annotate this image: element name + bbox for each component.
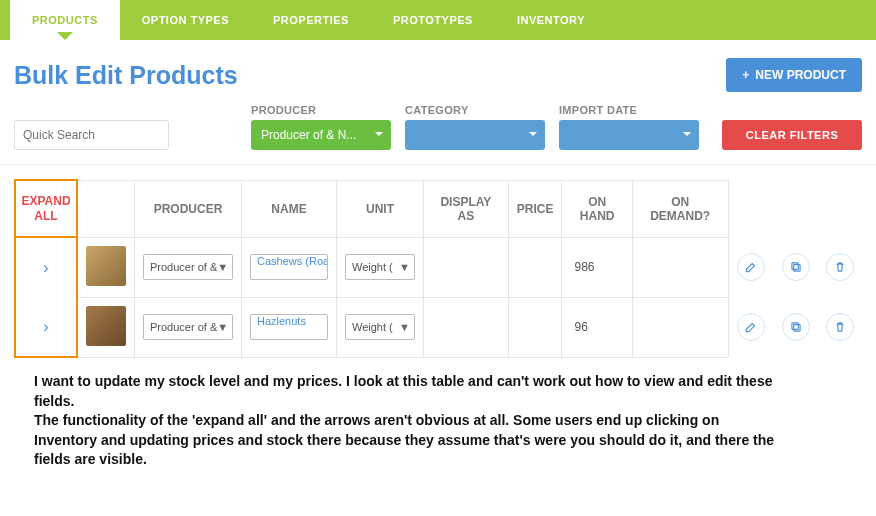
col-on-hand: ON HAND (562, 180, 632, 237)
svg-rect-0 (793, 265, 799, 271)
expand-all-header[interactable]: EXPAND ALL (15, 180, 77, 237)
row-producer-select[interactable]: Producer of &▼ (143, 314, 233, 340)
chevron-down-icon (375, 132, 383, 140)
row-on-hand: 96 (562, 297, 632, 357)
import-date-filter-select[interactable] (559, 120, 699, 150)
col-image (77, 180, 135, 237)
row-unit-select[interactable]: Weight (▼ (345, 254, 415, 280)
row-name-input[interactable]: Hazlenuts (250, 314, 328, 340)
products-table: EXPAND ALL PRODUCER NAME UNIT DISPLAY AS… (14, 179, 862, 358)
chevron-down-icon: ▼ (217, 321, 228, 333)
chevron-down-icon: ▼ (217, 261, 228, 273)
quick-search-input[interactable] (14, 120, 169, 150)
annotation-text: I want to update my stock level and my p… (0, 372, 820, 490)
clone-button[interactable] (782, 253, 810, 281)
row-display-as (424, 297, 509, 357)
delete-button[interactable] (826, 253, 854, 281)
chevron-down-icon: ▼ (399, 321, 410, 333)
chevron-down-icon (683, 132, 691, 140)
plus-icon: + (742, 68, 749, 82)
tab-products[interactable]: PRODUCTS (10, 0, 120, 40)
row-on-demand (632, 297, 728, 357)
product-thumbnail (86, 306, 126, 346)
clone-button[interactable] (782, 313, 810, 341)
top-nav: PRODUCTS OPTION TYPES PROPERTIES PROTOTY… (0, 0, 876, 40)
producer-filter-label: PRODUCER (251, 104, 391, 116)
row-unit-select[interactable]: Weight (▼ (345, 314, 415, 340)
producer-filter-select[interactable]: Producer of & N... (251, 120, 391, 150)
delete-button[interactable] (826, 313, 854, 341)
tab-inventory[interactable]: INVENTORY (495, 0, 607, 40)
row-price (508, 297, 562, 357)
expand-row-icon[interactable]: › (43, 318, 48, 335)
row-price (508, 237, 562, 297)
svg-rect-2 (793, 325, 799, 331)
col-name: NAME (242, 180, 337, 237)
row-on-hand: 986 (562, 237, 632, 297)
expand-row-icon[interactable]: › (43, 259, 48, 276)
clear-filters-button[interactable]: CLEAR FILTERS (722, 120, 862, 150)
col-display-as: DISPLAY AS (424, 180, 509, 237)
tab-prototypes[interactable]: PROTOTYPES (371, 0, 495, 40)
table-row: › Producer of &▼ Cashews (Roa Weight (▼ … (15, 237, 862, 297)
edit-button[interactable] (737, 253, 765, 281)
chevron-down-icon: ▼ (399, 261, 410, 273)
table-row: › Producer of &▼ Hazlenuts Weight (▼ 96 (15, 297, 862, 357)
col-on-demand: ON DEMAND? (632, 180, 728, 237)
import-date-filter-label: IMPORT DATE (559, 104, 699, 116)
svg-rect-1 (791, 263, 797, 269)
tab-option-types[interactable]: OPTION TYPES (120, 0, 251, 40)
col-producer: PRODUCER (135, 180, 242, 237)
page-title: Bulk Edit Products (14, 61, 238, 90)
edit-button[interactable] (737, 313, 765, 341)
category-filter-select[interactable] (405, 120, 545, 150)
product-thumbnail (86, 246, 126, 286)
row-producer-select[interactable]: Producer of &▼ (143, 254, 233, 280)
chevron-down-icon (529, 132, 537, 140)
col-unit: UNIT (337, 180, 424, 237)
row-display-as (424, 237, 509, 297)
col-price: PRICE (508, 180, 562, 237)
category-filter-label: CATEGORY (405, 104, 545, 116)
row-name-input[interactable]: Cashews (Roa (250, 254, 328, 280)
svg-rect-3 (791, 323, 797, 329)
row-on-demand (632, 237, 728, 297)
new-product-button[interactable]: + NEW PRODUCT (726, 58, 862, 92)
tab-properties[interactable]: PROPERTIES (251, 0, 371, 40)
